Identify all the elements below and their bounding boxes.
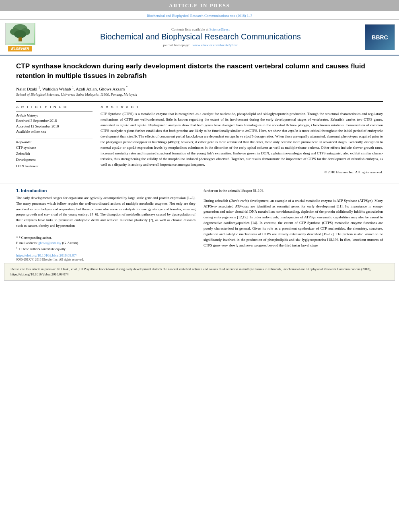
article-info-abstract-section: A R T I C L E I N F O Article history: R… [16, 101, 383, 174]
keyword-zebrafish: Zebrafish [16, 151, 93, 157]
citation-bar: Please cite this article in press as: N.… [4, 263, 395, 281]
journal-title-line: Biochemical and Biophysical Research Com… [0, 11, 399, 20]
footnote-equal-contrib: 1 1 These authors contribute equally. [16, 246, 195, 252]
footnote-email: E-mail address: ghows@usm.my (G. Azzam). [16, 240, 195, 246]
elsevier-brand-label: ELSEVIER [8, 46, 33, 51]
elsevier-tree-icon [6, 23, 34, 43]
journal-header: ELSEVIER Contents lists available at Sci… [0, 20, 399, 55]
doi-link[interactable]: https://doi.org/10.1016/j.bbrc.2018.09.0… [16, 253, 78, 257]
keyword-ctps: CTP synthase [16, 145, 93, 151]
abstract-column: A B S T R A C T CTP Synthase (CTPS) is a… [101, 105, 383, 174]
intro-right-paragraph-1: further on in the animal's lifespan [8–1… [204, 188, 383, 194]
article-history: Article history: Received 3 September 20… [16, 111, 93, 135]
abstract-text: CTP Synthase (CTPS) is a metabolic enzym… [101, 111, 383, 167]
issn-line: 0006-291X/© 2018 Elsevier Inc. All right… [16, 258, 84, 261]
keyword-don: DON treatment [16, 163, 93, 169]
homepage-prefix: journal homepage: [163, 43, 190, 47]
intro-left-column: 1. Introduction The early developmental … [16, 188, 195, 252]
abstract-label: A B S T R A C T [101, 105, 383, 109]
doi-section: https://doi.org/10.1016/j.bbrc.2018.09.0… [0, 251, 399, 263]
article-title: CTP synthase knockdown during early deve… [16, 62, 383, 81]
intro-right-paragraph-2: During zebrafish (Danio rerio) developme… [204, 198, 383, 249]
svg-rect-5 [19, 37, 22, 41]
footnotes-section: * * Corresponding author. E-mail address… [16, 233, 195, 251]
journal-name: Biochemical and Biophysical Research Com… [40, 31, 361, 42]
authors-line: Najat Dzaki 1, Wahidah Wahab 1, Azali Az… [16, 86, 383, 91]
journal-header-center: Contents lists available at ScienceDirec… [40, 27, 361, 47]
sciencedirect-link-text[interactable]: ScienceDirect [210, 27, 230, 31]
affiliation-line: School of Biological Sciences, Universit… [16, 92, 383, 97]
elsevier-logo-box [5, 23, 35, 45]
svg-point-4 [14, 30, 26, 38]
bbrc-logo: BBRC [365, 24, 395, 50]
available-online: Available online xxx [16, 129, 93, 135]
sciencedirect-line: Contents lists available at ScienceDirec… [40, 27, 361, 31]
footnote-email-link[interactable]: ghows@usm.my [38, 241, 61, 245]
elsevier-logo-area: ELSEVIER [4, 23, 36, 51]
article-info-label: A R T I C L E I N F O [16, 105, 93, 109]
introduction-heading: 1. Introduction [16, 188, 195, 193]
accepted-date: Accepted 12 September 2018 [16, 124, 93, 129]
article-in-press-banner: ARTICLE IN PRESS [0, 0, 399, 11]
keyword-development: Development [16, 157, 93, 163]
keywords-title: Keywords: [16, 140, 93, 144]
section-divider [0, 183, 399, 183]
introduction-section: 1. Introduction The early developmental … [0, 188, 399, 252]
citation-text: Please cite this article in press as: N.… [10, 267, 371, 276]
footnote-email-name: (G. Azzam). [62, 241, 79, 245]
journal-homepage: journal homepage: www.elsevier.com/locat… [40, 43, 361, 47]
intro-right-column: further on in the animal's lifespan [8–1… [204, 188, 383, 252]
sciencedirect-prefix: Contents lists available at [171, 27, 208, 31]
main-content: CTP synthase knockdown during early deve… [0, 55, 399, 178]
article-history-title: Article history: [16, 113, 93, 117]
article-info-column: A R T I C L E I N F O Article history: R… [16, 105, 93, 174]
footnote-corresponding: * * Corresponding author. [16, 235, 195, 240]
copyright-line: © 2018 Elsevier Inc. All rights reserved… [101, 170, 383, 174]
intro-paragraph-1: The early developmental stages for organ… [16, 195, 195, 229]
received-date: Received 3 September 2018 [16, 118, 93, 124]
bbrc-logo-text: BBRC [372, 34, 388, 41]
keywords-section: Keywords: CTP synthase Zebrafish Develop… [16, 138, 93, 169]
homepage-link[interactable]: www.elsevier.com/locate/ybbrc [193, 43, 238, 47]
